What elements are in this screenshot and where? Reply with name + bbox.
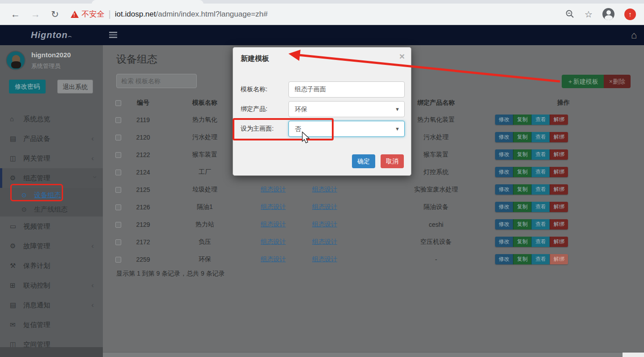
view-button[interactable]: 查看 — [531, 254, 550, 264]
view-button[interactable]: 查看 — [531, 149, 550, 160]
config-design-link[interactable]: 组态设计 — [312, 238, 337, 245]
browser-update-icon[interactable]: ↑ — [624, 8, 636, 20]
unbind-button[interactable]: 解绑 — [550, 115, 568, 125]
copy-button[interactable]: 复制 — [513, 132, 531, 142]
cancel-button[interactable]: 取消 — [381, 154, 404, 168]
view-button[interactable]: 查看 — [531, 184, 550, 195]
confirm-button[interactable]: 确定 — [352, 154, 375, 168]
chevron-left-icon: ‹ — [91, 149, 94, 168]
view-button[interactable]: 查看 — [531, 115, 550, 125]
modify-button[interactable]: 修改 — [495, 237, 513, 247]
sidebar-item-sms-management[interactable]: ✉ 短信管理 — [0, 315, 103, 335]
config-design-link[interactable]: 组态设计 — [261, 221, 286, 228]
delete-button[interactable]: ×删除 — [604, 75, 631, 88]
view-button[interactable]: 查看 — [531, 237, 550, 247]
sidebar-item-linkage-control[interactable]: ⊞ 联动控制 ‹ — [0, 276, 103, 295]
browser-chrome: ← → ↻ 不安全 | iot.idosp.net /admin/index.h… — [0, 0, 644, 25]
copy-button[interactable]: 复制 — [513, 167, 531, 177]
row-id: 2119 — [126, 116, 160, 123]
bookmark-star-icon[interactable]: ☆ — [585, 9, 593, 20]
view-button[interactable]: 查看 — [531, 202, 550, 212]
sidebar-item-video-management[interactable]: ▭ 视频管理 — [0, 217, 103, 236]
set-main-screen-select[interactable]: 否 ▼ — [288, 121, 405, 137]
modify-button[interactable]: 修改 — [495, 167, 513, 177]
modify-button[interactable]: 修改 — [495, 115, 513, 125]
row-checkbox[interactable] — [115, 170, 121, 175]
configuration-submenu: ⊙ 设备组态 ⊙ 生产线组态 — [0, 188, 103, 217]
back-icon[interactable]: ← — [11, 9, 20, 20]
caret-down-icon: ▼ — [395, 121, 400, 136]
template-name-input[interactable] — [288, 81, 405, 98]
unbind-button[interactable]: 解绑 — [550, 237, 568, 247]
modify-button[interactable]: 修改 — [495, 219, 513, 230]
config-design-link[interactable]: 组态设计 — [312, 255, 337, 263]
chevron-left-icon: ‹ — [91, 236, 94, 256]
config-design-link[interactable]: 组态设计 — [312, 221, 337, 228]
change-password-button[interactable]: 修改密码 — [9, 80, 46, 94]
sidebar-item-production-line-configuration[interactable]: ⊙ 生产线组态 — [0, 202, 103, 217]
url-host[interactable]: iot.idosp.net — [115, 10, 156, 19]
row-checkbox[interactable] — [115, 135, 121, 140]
row-checkbox[interactable] — [115, 204, 121, 210]
row-checkbox[interactable] — [115, 152, 121, 158]
unbind-button[interactable]: 解绑 — [550, 184, 568, 195]
config-design-link[interactable]: 组态设计 — [261, 238, 286, 245]
security-warning-label[interactable]: 不安全 — [82, 9, 105, 19]
sidebar-item-device-configuration[interactable]: ⊙ 设备组态 — [0, 188, 103, 202]
unbind-button[interactable]: 解绑 — [550, 149, 568, 160]
modify-button[interactable]: 修改 — [495, 149, 513, 160]
table-row: 2172 负压 组态设计 组态设计 空压机设备 修改 复制 查看 解绑 — [103, 233, 644, 251]
close-icon[interactable]: × — [399, 51, 405, 62]
config-design-link[interactable]: 组态设计 — [261, 186, 286, 193]
sidebar-item-maintenance-plan[interactable]: ⚒ 保养计划 — [0, 256, 103, 276]
logout-button[interactable]: 退出系统 — [57, 80, 93, 94]
home-icon[interactable]: ⌂ — [631, 30, 637, 41]
sidebar-item-gateway-management[interactable]: ◫ 网关管理 ‹ — [0, 149, 103, 168]
bind-product-select[interactable]: 环保 ▼ — [288, 101, 405, 117]
sidebar-item-fault-management[interactable]: ⚙ 故障管理 ‹ — [0, 236, 103, 256]
config-design-link[interactable]: 组态设计 — [312, 203, 337, 210]
row-id: 2122 — [126, 151, 160, 158]
search-input[interactable] — [116, 74, 197, 88]
modify-button[interactable]: 修改 — [495, 202, 513, 212]
sidebar-item-configuration-management[interactable]: ⚙ 组态管理 ‹ — [0, 168, 103, 188]
modify-button[interactable]: 修改 — [495, 254, 513, 264]
copy-button[interactable]: 复制 — [513, 202, 531, 212]
forward-icon[interactable]: → — [31, 9, 40, 20]
row-checkbox[interactable] — [115, 257, 121, 263]
gears-icon: ⚙ — [10, 236, 21, 256]
modify-button[interactable]: 修改 — [495, 132, 513, 142]
zoom-out-icon[interactable] — [565, 9, 575, 19]
row-template-name: 环保 — [160, 255, 250, 264]
row-checkbox[interactable] — [115, 187, 121, 193]
view-button[interactable]: 查看 — [531, 132, 550, 142]
url-path[interactable]: /admin/index.html?language=zh# — [156, 10, 268, 19]
copy-button[interactable]: 复制 — [513, 237, 531, 247]
unbind-button[interactable]: 解绑 — [550, 202, 568, 212]
sidebar-item-system-overview[interactable]: ⌂ 系统总览 — [0, 109, 103, 129]
config-design-link[interactable]: 组态设计 — [312, 186, 337, 193]
new-template-button[interactable]: ＋新建模板 — [562, 75, 604, 88]
row-checkbox[interactable] — [115, 239, 121, 245]
view-button[interactable]: 查看 — [531, 219, 550, 230]
view-button[interactable]: 查看 — [531, 167, 550, 177]
browser-profile-icon[interactable] — [602, 8, 614, 20]
row-checkbox[interactable] — [115, 222, 121, 228]
select-all-checkbox[interactable] — [115, 100, 121, 106]
copy-button[interactable]: 复制 — [513, 115, 531, 125]
unbind-button[interactable]: 解绑 — [550, 132, 568, 142]
unbind-button[interactable]: 解绑 — [550, 167, 568, 177]
copy-button[interactable]: 复制 — [513, 184, 531, 195]
copy-button[interactable]: 复制 — [513, 254, 531, 264]
row-checkbox[interactable] — [115, 117, 121, 123]
sidebar-toggle-icon[interactable] — [109, 32, 117, 39]
sidebar-item-product-device[interactable]: ▤ 产品设备 ‹ — [0, 129, 103, 149]
config-design-link[interactable]: 组态设计 — [261, 203, 286, 210]
copy-button[interactable]: 复制 — [513, 219, 531, 230]
copy-button[interactable]: 复制 — [513, 149, 531, 160]
config-design-link[interactable]: 组态设计 — [261, 255, 286, 263]
unbind-button[interactable]: 解绑 — [550, 219, 568, 230]
modify-button[interactable]: 修改 — [495, 184, 513, 195]
sidebar-item-message-notification[interactable]: ▤ 消息通知 ‹ — [0, 295, 103, 315]
reload-icon[interactable]: ↻ — [51, 9, 59, 20]
